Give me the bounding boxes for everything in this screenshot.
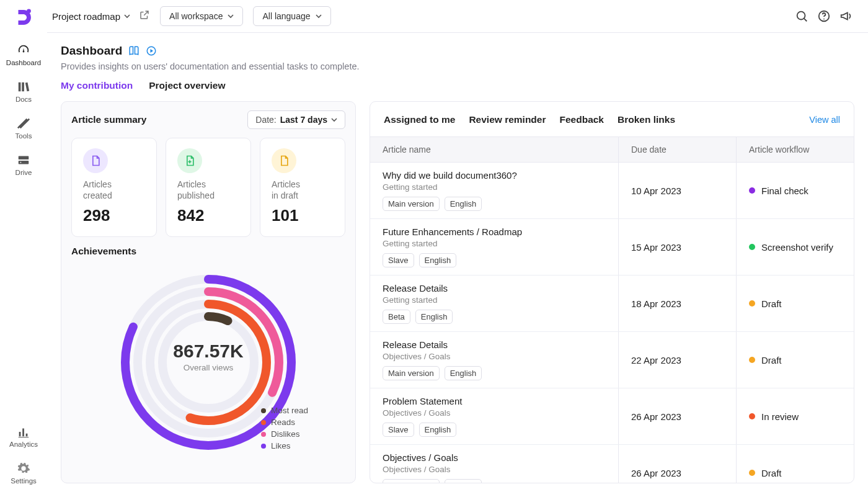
- achievements-chart: 867.57K Overall views Most read Reads Di…: [71, 257, 345, 455]
- status-dot-icon: [749, 187, 755, 194]
- due-date: 10 Apr 2023: [631, 170, 724, 211]
- tag: Beta: [383, 310, 410, 324]
- legend-label: Most read: [271, 406, 308, 415]
- table-row[interactable]: Why did we build document360? Getting st…: [370, 163, 854, 219]
- app-logo[interactable]: [12, 6, 35, 29]
- article-category: Getting started: [383, 295, 606, 305]
- stat-value: 101: [272, 206, 334, 225]
- legend-label: Dislikes: [271, 429, 300, 439]
- dashboard-tabs: My contribution Project overview: [61, 80, 854, 95]
- project-selector[interactable]: Project roadmap: [52, 11, 130, 22]
- sidebar-item-tools[interactable]: Tools: [0, 114, 47, 142]
- table-row[interactable]: Release Details Objectives / Goals Main …: [370, 332, 854, 388]
- chevron-down-icon: [228, 13, 234, 19]
- workflow-status: Screenshot verify: [749, 226, 841, 267]
- workspace-label: All workspace: [169, 11, 223, 21]
- legend-label: Likes: [271, 441, 291, 450]
- sidebar-label: Settings: [11, 477, 37, 485]
- article-title: Problem Statement: [383, 396, 606, 406]
- external-link-icon[interactable]: [139, 9, 150, 23]
- tag: English: [415, 310, 453, 324]
- svg-point-6: [823, 19, 825, 20]
- status-dot-icon: [749, 300, 755, 307]
- table-row[interactable]: Objectives / Goals Objectives / Goals Ma…: [370, 445, 854, 483]
- topbar: Project roadmap All workspace All langua…: [47, 0, 868, 33]
- due-date: 26 Apr 2023: [631, 396, 724, 437]
- article-summary-panel: Article summary Date: Last 7 days Articl…: [61, 101, 356, 483]
- article-category: Getting started: [383, 182, 606, 192]
- table-row[interactable]: Problem Statement Objectives / Goals Sla…: [370, 388, 854, 445]
- date-range-selector[interactable]: Date: Last 7 days: [247, 110, 345, 129]
- page-title: Dashboard: [61, 44, 122, 58]
- sidebar-label: Drive: [16, 169, 32, 176]
- tab-review-reminder[interactable]: Review reminder: [469, 114, 546, 125]
- svg-point-3: [20, 162, 22, 163]
- article-category: Getting started: [383, 239, 606, 248]
- due-date: 26 Apr 2023: [631, 452, 724, 483]
- tag: English: [445, 366, 482, 380]
- sidebar-item-drive[interactable]: Drive: [0, 151, 47, 179]
- tab-assigned-to-me[interactable]: Assigned to me: [384, 114, 455, 125]
- article-title: Future Enhancements / Roadmap: [383, 226, 606, 237]
- workspace-selector[interactable]: All workspace: [160, 6, 243, 26]
- status-dot-icon: [749, 413, 755, 419]
- col-workflow: Article workflow: [736, 137, 854, 162]
- tab-feedback[interactable]: Feedback: [559, 114, 604, 125]
- achievements-title: Achievements: [71, 246, 345, 257]
- search-icon[interactable]: [795, 9, 808, 23]
- tab-my-contribution[interactable]: My contribution: [61, 80, 133, 95]
- date-label: Date:: [255, 115, 276, 125]
- chart-center-label: Overall views: [173, 363, 243, 372]
- view-all-link[interactable]: View all: [809, 115, 840, 125]
- dashboard-header: Dashboard Provides insights on users' do…: [47, 33, 868, 95]
- sidebar-item-dashboard[interactable]: Dashboard: [0, 41, 47, 69]
- doc-plus-icon: [177, 148, 202, 173]
- table-body: Why did we build document360? Getting st…: [370, 163, 854, 483]
- legend-dot: [261, 432, 266, 437]
- stat-articles-draft: Articlesin draft 101: [260, 138, 345, 237]
- tab-broken-links[interactable]: Broken links: [618, 114, 675, 125]
- sidebar-label: Docs: [16, 96, 32, 103]
- svg-point-4: [797, 12, 805, 20]
- language-label: All language: [262, 11, 310, 21]
- book-icon[interactable]: [128, 45, 140, 56]
- tag: English: [419, 423, 457, 437]
- summary-title: Article summary: [71, 114, 146, 125]
- tab-project-overview[interactable]: Project overview: [149, 80, 225, 95]
- table-row[interactable]: Future Enhancements / Roadmap Getting st…: [370, 219, 854, 275]
- legend-dot: [261, 408, 266, 413]
- sidebar-item-docs[interactable]: Docs: [0, 78, 47, 105]
- sidebar: Dashboard Docs Tools Drive Analytics: [0, 0, 47, 497]
- gauge-icon: [17, 43, 30, 57]
- analytics-icon: [17, 425, 30, 439]
- svg-rect-1: [19, 156, 29, 160]
- svg-rect-2: [19, 161, 29, 164]
- article-category: Objectives / Goals: [383, 352, 606, 361]
- gear-icon: [17, 462, 30, 475]
- chevron-down-icon: [331, 117, 337, 123]
- table-row[interactable]: Release Details Getting started BetaEngl…: [370, 275, 854, 332]
- sidebar-item-analytics[interactable]: Analytics: [0, 423, 47, 450]
- play-circle-icon[interactable]: [146, 45, 157, 56]
- status-dot-icon: [749, 470, 755, 476]
- language-selector[interactable]: All language: [253, 6, 330, 26]
- chart-legend: Most read Reads Dislikes Likes: [261, 403, 308, 450]
- help-icon[interactable]: [817, 9, 831, 23]
- project-name: Project roadmap: [52, 11, 120, 22]
- sidebar-label: Analytics: [9, 441, 38, 448]
- stat-label: Articlesin draft: [272, 179, 334, 201]
- workflow-status: Draft: [749, 283, 841, 324]
- due-date: 15 Apr 2023: [631, 226, 724, 267]
- article-title: Release Details: [383, 283, 606, 293]
- legend-dot: [261, 420, 266, 425]
- tag: English: [445, 197, 482, 211]
- stat-label: Articlescreated: [83, 179, 145, 201]
- page-subtitle: Provides insights on users' documentatio…: [61, 61, 854, 71]
- workflow-status: Final check: [749, 170, 841, 211]
- chart-center-value: 867.57K: [173, 341, 243, 362]
- announce-icon[interactable]: [839, 9, 853, 23]
- doc-icon: [83, 148, 108, 173]
- stat-value: 842: [177, 206, 239, 225]
- sidebar-item-settings[interactable]: Settings: [0, 459, 47, 487]
- article-title: Objectives / Goals: [383, 452, 606, 463]
